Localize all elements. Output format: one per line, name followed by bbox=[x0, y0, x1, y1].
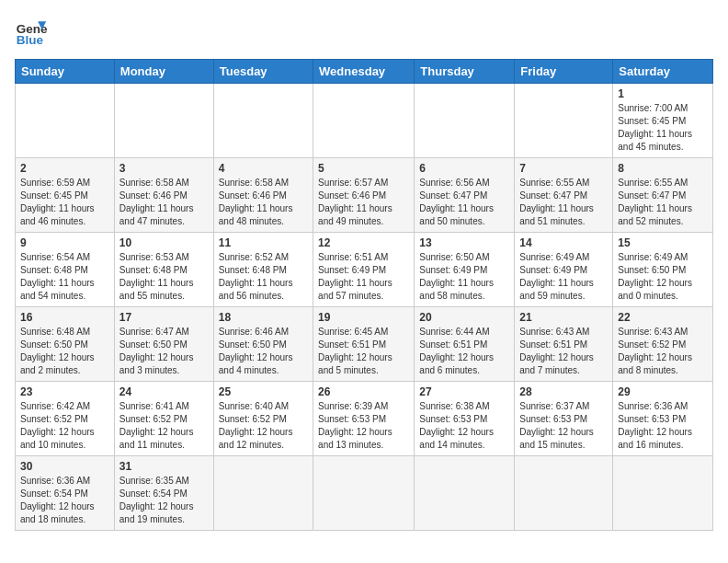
day-number: 19 bbox=[318, 311, 409, 324]
day-cell bbox=[415, 84, 515, 158]
week-row-3: 16Sunrise: 6:48 AM Sunset: 6:50 PM Dayli… bbox=[16, 307, 713, 382]
day-cell: 18Sunrise: 6:46 AM Sunset: 6:50 PM Dayli… bbox=[213, 307, 313, 382]
day-number: 4 bbox=[219, 162, 308, 175]
day-number: 6 bbox=[419, 162, 509, 175]
day-cell bbox=[313, 456, 415, 531]
day-info: Sunrise: 6:40 AM Sunset: 6:52 PM Dayligh… bbox=[219, 400, 308, 452]
day-cell: 28Sunrise: 6:37 AM Sunset: 6:53 PM Dayli… bbox=[515, 382, 613, 456]
day-number: 15 bbox=[618, 236, 708, 249]
day-cell: 26Sunrise: 6:39 AM Sunset: 6:53 PM Dayli… bbox=[313, 382, 415, 456]
day-cell: 16Sunrise: 6:48 AM Sunset: 6:50 PM Dayli… bbox=[16, 307, 115, 382]
day-cell: 9Sunrise: 6:54 AM Sunset: 6:48 PM Daylig… bbox=[16, 233, 115, 307]
day-number: 31 bbox=[119, 460, 209, 473]
day-number: 9 bbox=[20, 236, 109, 249]
week-row-1: 2Sunrise: 6:59 AM Sunset: 6:45 PM Daylig… bbox=[16, 158, 713, 233]
day-number: 1 bbox=[618, 87, 708, 100]
day-info: Sunrise: 6:56 AM Sunset: 6:47 PM Dayligh… bbox=[419, 177, 509, 228]
day-number: 28 bbox=[519, 385, 608, 398]
day-cell: 4Sunrise: 6:58 AM Sunset: 6:46 PM Daylig… bbox=[213, 158, 313, 233]
day-cell bbox=[415, 456, 515, 531]
day-cell bbox=[613, 456, 713, 531]
week-row-0: 1Sunrise: 7:00 AM Sunset: 6:45 PM Daylig… bbox=[16, 84, 713, 158]
day-cell: 1Sunrise: 7:00 AM Sunset: 6:45 PM Daylig… bbox=[613, 84, 713, 158]
day-info: Sunrise: 7:00 AM Sunset: 6:45 PM Dayligh… bbox=[618, 102, 708, 154]
day-info: Sunrise: 6:43 AM Sunset: 6:51 PM Dayligh… bbox=[519, 326, 608, 377]
col-header-sunday: Sunday bbox=[16, 60, 115, 84]
day-cell bbox=[16, 84, 115, 158]
day-cell: 23Sunrise: 6:42 AM Sunset: 6:52 PM Dayli… bbox=[16, 382, 115, 456]
day-cell: 7Sunrise: 6:55 AM Sunset: 6:47 PM Daylig… bbox=[515, 158, 613, 233]
day-info: Sunrise: 6:45 AM Sunset: 6:51 PM Dayligh… bbox=[318, 326, 409, 377]
day-info: Sunrise: 6:58 AM Sunset: 6:46 PM Dayligh… bbox=[119, 177, 209, 228]
col-header-friday: Friday bbox=[515, 60, 613, 84]
day-cell bbox=[114, 84, 213, 158]
logo: General Blue bbox=[15, 15, 48, 48]
day-cell: 17Sunrise: 6:47 AM Sunset: 6:50 PM Dayli… bbox=[114, 307, 213, 382]
day-cell: 31Sunrise: 6:35 AM Sunset: 6:54 PM Dayli… bbox=[114, 456, 213, 531]
day-number: 13 bbox=[419, 236, 509, 249]
day-info: Sunrise: 6:52 AM Sunset: 6:48 PM Dayligh… bbox=[219, 251, 308, 303]
day-info: Sunrise: 6:46 AM Sunset: 6:50 PM Dayligh… bbox=[219, 326, 308, 377]
calendar-header-row: SundayMondayTuesdayWednesdayThursdayFrid… bbox=[16, 60, 713, 84]
day-info: Sunrise: 6:35 AM Sunset: 6:54 PM Dayligh… bbox=[119, 475, 209, 526]
day-info: Sunrise: 6:49 AM Sunset: 6:49 PM Dayligh… bbox=[519, 251, 608, 303]
day-number: 17 bbox=[119, 311, 209, 324]
week-row-4: 23Sunrise: 6:42 AM Sunset: 6:52 PM Dayli… bbox=[16, 382, 713, 456]
day-number: 23 bbox=[20, 385, 109, 398]
day-cell: 8Sunrise: 6:55 AM Sunset: 6:47 PM Daylig… bbox=[613, 158, 713, 233]
day-number: 10 bbox=[119, 236, 209, 249]
day-cell: 2Sunrise: 6:59 AM Sunset: 6:45 PM Daylig… bbox=[16, 158, 115, 233]
col-header-tuesday: Tuesday bbox=[213, 60, 313, 84]
day-cell bbox=[515, 456, 613, 531]
col-header-saturday: Saturday bbox=[613, 60, 713, 84]
day-number: 12 bbox=[318, 236, 409, 249]
day-cell: 5Sunrise: 6:57 AM Sunset: 6:46 PM Daylig… bbox=[313, 158, 415, 233]
day-cell: 20Sunrise: 6:44 AM Sunset: 6:51 PM Dayli… bbox=[415, 307, 515, 382]
day-number: 5 bbox=[318, 162, 409, 175]
day-info: Sunrise: 6:50 AM Sunset: 6:49 PM Dayligh… bbox=[419, 251, 509, 303]
day-cell: 29Sunrise: 6:36 AM Sunset: 6:53 PM Dayli… bbox=[613, 382, 713, 456]
day-info: Sunrise: 6:41 AM Sunset: 6:52 PM Dayligh… bbox=[119, 400, 209, 452]
day-info: Sunrise: 6:37 AM Sunset: 6:53 PM Dayligh… bbox=[519, 400, 608, 452]
day-number: 2 bbox=[20, 162, 109, 175]
day-cell: 6Sunrise: 6:56 AM Sunset: 6:47 PM Daylig… bbox=[415, 158, 515, 233]
day-cell: 11Sunrise: 6:52 AM Sunset: 6:48 PM Dayli… bbox=[213, 233, 313, 307]
day-number: 18 bbox=[219, 311, 308, 324]
day-number: 22 bbox=[618, 311, 708, 324]
week-row-2: 9Sunrise: 6:54 AM Sunset: 6:48 PM Daylig… bbox=[16, 233, 713, 307]
col-header-wednesday: Wednesday bbox=[313, 60, 415, 84]
col-header-thursday: Thursday bbox=[415, 60, 515, 84]
day-info: Sunrise: 6:36 AM Sunset: 6:53 PM Dayligh… bbox=[618, 400, 708, 452]
day-cell: 19Sunrise: 6:45 AM Sunset: 6:51 PM Dayli… bbox=[313, 307, 415, 382]
day-number: 11 bbox=[219, 236, 308, 249]
day-info: Sunrise: 6:36 AM Sunset: 6:54 PM Dayligh… bbox=[20, 475, 109, 526]
day-cell: 24Sunrise: 6:41 AM Sunset: 6:52 PM Dayli… bbox=[114, 382, 213, 456]
day-cell: 3Sunrise: 6:58 AM Sunset: 6:46 PM Daylig… bbox=[114, 158, 213, 233]
day-info: Sunrise: 6:44 AM Sunset: 6:51 PM Dayligh… bbox=[419, 326, 509, 377]
day-number: 8 bbox=[618, 162, 708, 175]
day-info: Sunrise: 6:39 AM Sunset: 6:53 PM Dayligh… bbox=[318, 400, 409, 452]
day-info: Sunrise: 6:47 AM Sunset: 6:50 PM Dayligh… bbox=[119, 326, 209, 377]
day-number: 27 bbox=[419, 385, 509, 398]
page-header: General Blue bbox=[15, 15, 713, 48]
day-number: 29 bbox=[618, 385, 708, 398]
day-number: 25 bbox=[219, 385, 308, 398]
day-cell: 22Sunrise: 6:43 AM Sunset: 6:52 PM Dayli… bbox=[613, 307, 713, 382]
day-number: 16 bbox=[20, 311, 109, 324]
day-info: Sunrise: 6:53 AM Sunset: 6:48 PM Dayligh… bbox=[119, 251, 209, 303]
day-number: 7 bbox=[519, 162, 608, 175]
day-info: Sunrise: 6:42 AM Sunset: 6:52 PM Dayligh… bbox=[20, 400, 109, 452]
day-info: Sunrise: 6:49 AM Sunset: 6:50 PM Dayligh… bbox=[618, 251, 708, 303]
day-cell bbox=[313, 84, 415, 158]
day-cell: 14Sunrise: 6:49 AM Sunset: 6:49 PM Dayli… bbox=[515, 233, 613, 307]
day-info: Sunrise: 6:51 AM Sunset: 6:49 PM Dayligh… bbox=[318, 251, 409, 303]
logo-icon: General Blue bbox=[15, 15, 48, 48]
day-number: 26 bbox=[318, 385, 409, 398]
day-info: Sunrise: 6:38 AM Sunset: 6:53 PM Dayligh… bbox=[419, 400, 509, 452]
day-info: Sunrise: 6:55 AM Sunset: 6:47 PM Dayligh… bbox=[618, 177, 708, 228]
day-cell: 10Sunrise: 6:53 AM Sunset: 6:48 PM Dayli… bbox=[114, 233, 213, 307]
col-header-monday: Monday bbox=[114, 60, 213, 84]
day-cell bbox=[515, 84, 613, 158]
day-cell bbox=[213, 84, 313, 158]
day-info: Sunrise: 6:55 AM Sunset: 6:47 PM Dayligh… bbox=[519, 177, 608, 228]
